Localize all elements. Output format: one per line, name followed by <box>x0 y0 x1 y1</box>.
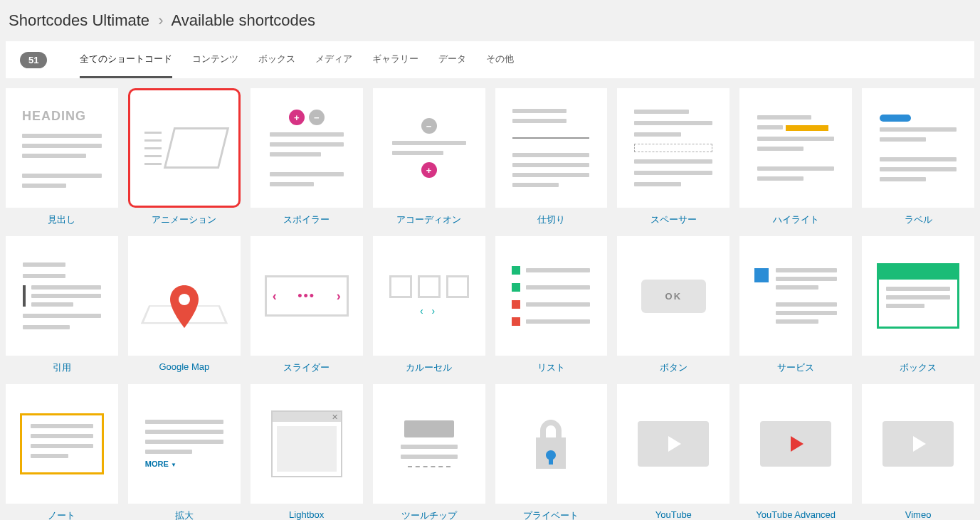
shortcode-card-button[interactable]: OK <box>617 236 729 356</box>
shortcode-card-animation[interactable] <box>128 88 241 208</box>
shortcode-cell: 引用 <box>6 236 118 374</box>
shortcode-label[interactable]: YouTube Advanced <box>739 509 852 520</box>
breadcrumb-separator: › <box>158 11 163 29</box>
shortcode-cell: YouTube Advanced <box>739 384 852 520</box>
map-pin-icon <box>169 285 200 328</box>
shortcode-card-accordion[interactable]: − + <box>373 88 485 208</box>
shortcode-card-carousel[interactable]: ‹ › <box>373 236 485 356</box>
shortcode-card-tooltip[interactable] <box>373 384 485 504</box>
tooltip-icon <box>404 420 454 437</box>
shortcode-cell: ✕Lightbox <box>251 384 363 520</box>
tab-6[interactable]: その他 <box>486 41 514 78</box>
shortcode-cell: − + アコーディオン <box>373 88 485 226</box>
plus-icon: + <box>421 162 437 178</box>
shortcode-label[interactable]: プライベート <box>495 509 608 520</box>
shortcode-card-slider[interactable]: ‹ ••• › <box>251 236 363 356</box>
shortcode-label[interactable]: Lightbox <box>251 509 363 520</box>
shortcode-card-divider[interactable] <box>495 88 608 208</box>
shortcode-label[interactable]: アニメーション <box>128 213 241 226</box>
shortcode-label[interactable]: 拡大 <box>128 509 241 520</box>
shortcode-cell: ノート <box>6 384 118 520</box>
shortcode-cell: プライベート <box>495 384 608 520</box>
shortcode-cell: Google Map <box>128 236 241 374</box>
shortcode-label[interactable]: ツールチップ <box>373 509 485 520</box>
shortcode-label[interactable]: スライダー <box>251 361 363 374</box>
shortcode-card-yt[interactable] <box>862 384 974 504</box>
shortcode-label[interactable]: 仕切り <box>495 213 608 226</box>
chevron-left-icon: ‹ <box>273 289 277 304</box>
close-icon: ✕ <box>273 412 341 422</box>
shortcode-card-yt_red[interactable] <box>739 384 852 504</box>
svg-point-0 <box>179 294 190 305</box>
shortcode-label[interactable]: Google Map <box>128 361 241 372</box>
shortcode-cell: OKボタン <box>617 236 729 374</box>
shortcode-card-highlight[interactable] <box>739 88 852 208</box>
shortcode-cell: MORE ▼ 拡大 <box>128 384 241 520</box>
shortcode-card-service[interactable] <box>739 236 852 356</box>
highlight-icon <box>786 125 828 131</box>
shortcode-cell: +− スポイラー <box>251 88 363 226</box>
tab-bar: 51 全てのショートコードコンテンツボックスメディアギャラリーデータその他 <box>6 41 974 78</box>
shortcode-card-heading[interactable]: HEADING <box>6 88 118 208</box>
breadcrumb-page: Available shortcodes <box>171 11 315 29</box>
ok-button-icon: OK <box>641 280 707 313</box>
shortcode-card-spacer[interactable] <box>617 88 729 208</box>
shortcode-card-box[interactable] <box>862 236 974 356</box>
shortcode-cell: アニメーション <box>128 88 241 226</box>
shortcode-label[interactable]: サービス <box>739 361 852 374</box>
shortcode-label[interactable]: ノート <box>6 509 118 520</box>
shortcode-cell: スペーサー <box>617 88 729 226</box>
shortcode-label[interactable]: カルーセル <box>373 361 485 374</box>
shortcode-card-expand[interactable]: MORE ▼ <box>128 384 241 504</box>
shortcode-cell: YouTube <box>617 384 729 520</box>
tab-2[interactable]: ボックス <box>258 41 295 78</box>
carousel-arrows-icon: ‹ › <box>420 305 438 317</box>
tab-3[interactable]: メディア <box>315 41 352 78</box>
shortcode-cell: サービス <box>739 236 852 374</box>
play-icon <box>760 421 831 467</box>
shortcode-card-lightbox[interactable]: ✕ <box>251 384 363 504</box>
shortcode-label[interactable]: スポイラー <box>251 213 363 226</box>
shortcode-label[interactable]: ハイライト <box>739 213 852 226</box>
shortcode-label[interactable]: ボックス <box>862 361 974 374</box>
shortcode-label[interactable]: 見出し <box>6 213 118 226</box>
shortcode-cell: ラベル <box>862 88 974 226</box>
shortcode-cell: ツールチップ <box>373 384 485 520</box>
shortcode-label[interactable]: Vimeo <box>862 509 974 520</box>
shortcode-cell: ハイライト <box>739 88 852 226</box>
shortcode-cell: Vimeo <box>862 384 974 520</box>
shortcode-label[interactable]: スペーサー <box>617 213 729 226</box>
plus-icon: + <box>289 110 305 125</box>
shortcode-label[interactable]: ラベル <box>862 213 974 226</box>
play-icon <box>638 421 709 467</box>
more-link: MORE ▼ <box>145 460 223 468</box>
shortcode-card-yt[interactable] <box>617 384 729 504</box>
shortcode-label[interactable]: YouTube <box>617 509 729 520</box>
tab-5[interactable]: データ <box>438 41 466 78</box>
shortcode-card-spoiler[interactable]: +− <box>251 88 363 208</box>
shortcode-count-badge: 51 <box>20 52 47 68</box>
shortcode-label[interactable]: アコーディオン <box>373 213 485 226</box>
shortcode-cell: ‹ ••• › スライダー <box>251 236 363 374</box>
shortcode-card-gmap[interactable] <box>128 236 241 356</box>
heading-sample-text: HEADING <box>22 109 102 124</box>
tab-0[interactable]: 全てのショートコード <box>80 41 172 78</box>
minus-icon: − <box>309 110 325 125</box>
minus-icon: − <box>421 118 437 134</box>
shortcode-cell: HEADING 見出し <box>6 88 118 226</box>
tab-1[interactable]: コンテンツ <box>192 41 238 78</box>
lock-icon <box>526 415 576 473</box>
shortcode-card-label[interactable] <box>862 88 974 208</box>
shortcode-cell: リスト <box>495 236 608 374</box>
shortcode-card-quote[interactable] <box>6 236 118 356</box>
shortcode-card-note[interactable] <box>6 384 118 504</box>
shortcode-label[interactable]: リスト <box>495 361 608 374</box>
shortcode-card-list[interactable] <box>495 236 608 356</box>
shortcode-label[interactable]: 引用 <box>6 361 118 374</box>
play-icon <box>882 421 954 467</box>
shortcode-card-private[interactable] <box>495 384 608 504</box>
tab-4[interactable]: ギャラリー <box>372 41 418 78</box>
shortcode-cell: 仕切り <box>495 88 608 226</box>
shortcode-label[interactable]: ボタン <box>617 361 729 374</box>
chevron-right-icon: › <box>337 289 341 304</box>
